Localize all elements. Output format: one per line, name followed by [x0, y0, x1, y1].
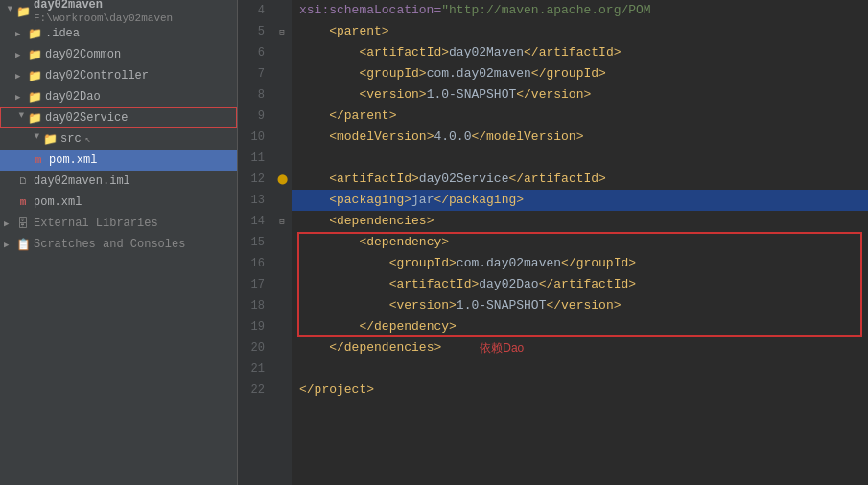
line18-close: </version>: [546, 295, 621, 316]
linenum-13: 13: [238, 190, 265, 211]
line12-close: </artifactId>: [508, 169, 605, 190]
line8-open: <version>: [359, 84, 426, 105]
project-folder-icon: 📁: [15, 4, 31, 19]
line-numbers: 4 5 6 7 8 9 10 11 12 13 14 15 16 17 18 1…: [238, 0, 272, 485]
linenum-10: 10: [238, 127, 265, 148]
maven-icon-root: m: [15, 195, 31, 210]
line16-indent: [299, 253, 389, 274]
project-name: day02maven F:\workroom\day02maven: [34, 0, 233, 25]
linenum-14: 14: [238, 211, 265, 232]
project-sidebar: ▶ 📁 day02maven F:\workroom\day02maven ▶ …: [0, 0, 238, 485]
gutter-13: [272, 190, 292, 211]
sidebar-item-day02common[interactable]: ▶ 📁 day02Common: [0, 44, 237, 65]
maven-icon-service: m: [31, 152, 46, 168]
code-line-17: <artifactId>day02Dao</artifactId>: [292, 274, 868, 295]
sidebar-item-pom-root[interactable]: m pom.xml: [0, 192, 237, 213]
controller-label: day02Controller: [45, 69, 149, 82]
linenum-6: 6: [238, 42, 265, 63]
code-line-21: [292, 358, 868, 380]
dao-label: day02Dao: [45, 90, 101, 104]
code-line-4: xsi:schemaLocation="http://maven.apache.…: [292, 0, 868, 21]
line7-indent: [299, 63, 359, 84]
project-root[interactable]: ▶ 📁 day02maven F:\workroom\day02maven: [0, 0, 237, 23]
line17-val: day02Dao: [479, 274, 538, 295]
line6-val: day02Maven: [449, 42, 524, 63]
sidebar-item-scratches[interactable]: ▶ 📋 Scratches and Consoles: [0, 234, 237, 255]
linenum-15: 15: [238, 232, 265, 253]
gutter-20: [272, 337, 292, 358]
linenum-5: 5: [238, 21, 265, 42]
iml-icon: 🗋: [15, 173, 31, 189]
bookmark-icon-12[interactable]: ⬤: [277, 173, 288, 185]
ext-arrow: ▶: [4, 219, 15, 229]
fold-icon-5[interactable]: ⊟: [279, 27, 284, 37]
linenum-12: 12: [238, 169, 265, 190]
sidebar-item-day02service[interactable]: ▶ 📁 day02Service: [0, 107, 237, 128]
line10-close: </modelVersion>: [471, 127, 583, 148]
gutter-6: [272, 42, 292, 63]
line9-tag: </parent>: [329, 105, 396, 127]
src-arrow: ▶: [32, 133, 42, 145]
gutter-5: ⊟: [272, 21, 292, 42]
idea-arrow: ▶: [15, 29, 27, 39]
code-area: 4 5 6 7 8 9 10 11 12 13 14 15 16 17 18 1…: [238, 0, 868, 485]
line10-open: <modelVersion>: [329, 127, 434, 148]
line5-tag: <parent>: [329, 21, 388, 42]
sidebar-item-iml[interactable]: 🗋 day02maven.iml: [0, 171, 237, 192]
sidebar-item-idea[interactable]: ▶ 📁 .idea: [0, 23, 237, 44]
gutter-18: [272, 295, 292, 316]
sidebar-item-src[interactable]: ▶ 📁 src ↖: [0, 128, 237, 150]
code-line-18: <version>1.0-SNAPSHOT</version>: [292, 295, 868, 316]
line6-close: </artifactId>: [524, 42, 621, 63]
code-content[interactable]: xsi:schemaLocation="http://maven.apache.…: [292, 0, 868, 485]
line8-val: 1.0-SNAPSHOT: [427, 84, 517, 105]
line16-close: </groupId>: [561, 253, 636, 274]
line12-indent: [299, 169, 329, 190]
line15-open: <dependency>: [359, 232, 449, 253]
common-label: day02Common: [45, 48, 121, 61]
linenum-18: 18: [238, 295, 265, 316]
linenum-21: 21: [238, 358, 265, 380]
gutter-14: ⊟: [272, 211, 292, 232]
line6-open: <artifactId>: [359, 42, 449, 63]
line20-annotation: 依赖Dao: [480, 337, 524, 358]
line17-indent: [299, 274, 389, 295]
line16-open: <groupId>: [389, 253, 457, 274]
gutter-4: [272, 0, 292, 21]
cursor-icon: ↖: [85, 133, 91, 145]
code-line-6: <artifactId>day02Maven</artifactId>: [292, 42, 868, 63]
linenum-16: 16: [238, 253, 265, 274]
line10-val: 4.0.0: [434, 127, 471, 148]
sidebar-item-day02controller[interactable]: ▶ 📁 day02Controller: [0, 65, 237, 86]
line8-indent: [299, 84, 359, 105]
line22-tag: </project>: [299, 380, 374, 401]
gutter-11: [272, 148, 292, 169]
line17-close: </artifactId>: [539, 274, 636, 295]
sidebar-item-external-libs[interactable]: ▶ 🗄 External Libraries: [0, 213, 237, 234]
red-box-container: <dependency> <groupId>com.day02maven</gr…: [292, 232, 868, 337]
code-line-19: </dependency>: [292, 316, 868, 337]
line16-val: com.day02maven: [457, 253, 561, 274]
line20-tag: </dependencies>: [329, 337, 441, 358]
code-editor: 4 5 6 7 8 9 10 11 12 13 14 15 16 17 18 1…: [238, 0, 868, 485]
sidebar-item-day02dao[interactable]: ▶ 📁 day02Dao: [0, 86, 237, 107]
line5-bracket1: [299, 21, 329, 42]
src-label: src: [60, 132, 82, 146]
sidebar-item-pom-service[interactable]: m pom.xml: [0, 150, 237, 171]
line18-indent: [299, 295, 389, 316]
fold-icon-14[interactable]: ⊟: [279, 217, 284, 227]
service-icon: 📁: [27, 110, 42, 126]
common-arrow: ▶: [15, 50, 27, 60]
line19-indent: [299, 316, 359, 337]
idea-folder-icon: 📁: [27, 26, 42, 41]
line7-close: </groupId>: [531, 63, 606, 84]
code-line-13: <packaging>jar</packaging>: [292, 190, 868, 211]
code-line-5: <parent>: [292, 21, 868, 42]
gutter-19: [272, 316, 292, 337]
line10-indent: [299, 127, 329, 148]
gutter-7: [272, 63, 292, 84]
line7-open: <groupId>: [359, 63, 426, 84]
linenum-11: 11: [238, 148, 265, 169]
gutter-8: [272, 84, 292, 105]
gutter-12: ⬤: [272, 169, 292, 190]
